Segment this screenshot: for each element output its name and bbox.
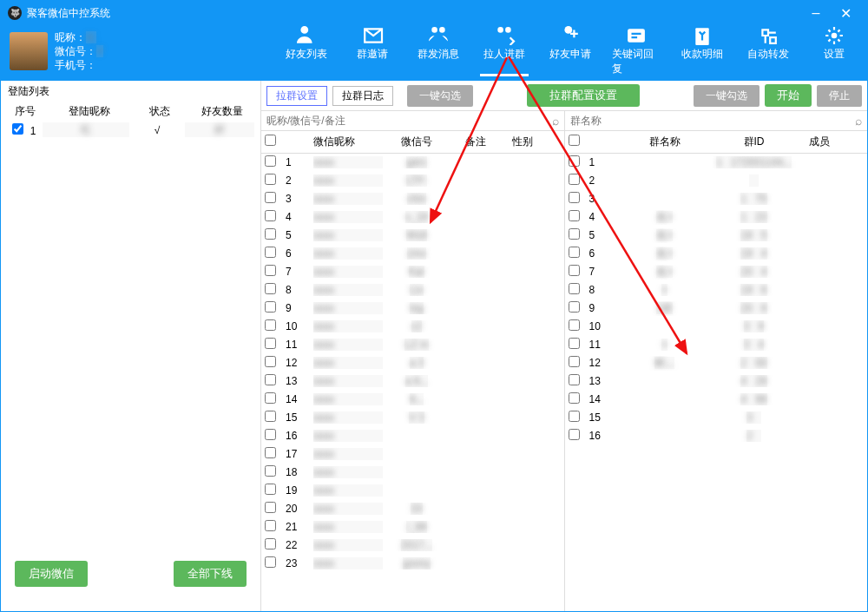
nav-5[interactable]: 关键词回复 xyxy=(612,26,661,76)
group-checkbox[interactable] xyxy=(569,228,580,240)
friend-checkbox[interactable] xyxy=(265,556,276,568)
group-config-button[interactable]: 拉群配置设置 xyxy=(527,84,640,107)
friend-row[interactable]: 23xxxxgxxny xyxy=(261,555,564,573)
search-icon[interactable]: ⌕ xyxy=(855,114,862,128)
nav-6[interactable]: 收款明细 xyxy=(678,26,727,76)
friend-checkbox[interactable] xyxy=(265,155,276,167)
group-row[interactable]: 31 75 xyxy=(565,190,868,208)
tab-pull-settings[interactable]: 拉群设置 xyxy=(266,86,327,106)
nav-4[interactable]: 好友申请 xyxy=(546,26,595,76)
nav-2[interactable]: 群发消息 xyxy=(414,26,463,76)
check-all-right-button[interactable]: 一键勾选 xyxy=(694,85,760,107)
friend-row[interactable]: 1xxxxgerc xyxy=(261,154,564,172)
group-checkbox[interactable] xyxy=(569,265,580,276)
friend-row[interactable]: 13xxxxa 8... xyxy=(261,372,564,391)
group-checkbox[interactable] xyxy=(569,319,580,331)
group-row[interactable]: 7名>20 4 xyxy=(565,263,868,281)
friend-row[interactable]: 21xxxx/_98 xyxy=(261,518,564,536)
nav-8[interactable]: 设置 xyxy=(810,26,858,76)
nav-0[interactable]: 好友列表 xyxy=(282,26,331,76)
start-wechat-button[interactable]: 启动微信 xyxy=(15,561,88,587)
friend-checkbox[interactable] xyxy=(265,228,276,240)
login-row-checkbox[interactable] xyxy=(12,123,23,135)
friend-checkbox[interactable] xyxy=(265,484,276,495)
group-checkbox[interactable] xyxy=(569,411,580,422)
friend-checkbox[interactable] xyxy=(265,210,276,221)
friend-checkbox[interactable] xyxy=(265,392,276,404)
group-row[interactable]: 8>19 6 xyxy=(565,281,868,299)
check-all-left-button[interactable]: 一键勾选 xyxy=(407,85,473,107)
all-offline-button[interactable]: 全部下线 xyxy=(174,561,247,587)
group-checkbox[interactable] xyxy=(569,301,580,313)
friend-row[interactable]: 11xxxxLZ m xyxy=(261,336,564,354)
friend-checkbox[interactable] xyxy=(265,319,276,331)
group-row[interactable]: 2 xyxy=(565,172,868,190)
group-row[interactable]: 134 29 xyxy=(565,372,868,391)
friend-row[interactable]: 6xxxxzmx xyxy=(261,245,564,263)
friend-checkbox[interactable] xyxy=(265,247,276,258)
friend-checkbox[interactable] xyxy=(265,465,276,477)
friend-row[interactable]: 15xxxxV 3 xyxy=(261,409,564,427)
group-checkbox[interactable] xyxy=(569,155,580,167)
nav-7[interactable]: 自动转发 xyxy=(744,26,792,76)
friend-row[interactable]: 9xxxxlog xyxy=(261,299,564,318)
friend-row[interactable]: 17xxxx xyxy=(261,445,564,464)
groups-search-input[interactable] xyxy=(570,115,856,127)
close-button[interactable]: ✕ xyxy=(831,5,860,22)
friend-row[interactable]: 16xxxx xyxy=(261,427,564,445)
friend-row[interactable]: 7xxxxKar xyxy=(261,263,564,281)
stop-button[interactable]: 停止 xyxy=(817,85,862,107)
start-button[interactable]: 开始 xyxy=(765,84,812,107)
friend-row[interactable]: 14xxxx 8... xyxy=(261,391,564,409)
group-row[interactable]: 11>3 4 xyxy=(565,336,868,354)
friend-checkbox[interactable] xyxy=(265,520,276,531)
login-row[interactable]: 1红√好 xyxy=(1,121,260,139)
friend-checkbox[interactable] xyxy=(265,374,276,385)
friends-select-all[interactable] xyxy=(265,135,276,146)
friend-row[interactable]: 4xxxxv_19 xyxy=(261,208,564,227)
group-row[interactable]: 162 xyxy=(565,427,868,445)
friend-checkbox[interactable] xyxy=(265,174,276,185)
groups-select-all[interactable] xyxy=(569,135,580,146)
group-row[interactable]: 5名>18 5 xyxy=(565,227,868,245)
group-checkbox[interactable] xyxy=(569,392,580,404)
friend-row[interactable]: 3xxxxchin xyxy=(261,190,564,208)
group-checkbox[interactable] xyxy=(569,210,580,221)
group-checkbox[interactable] xyxy=(569,192,580,203)
group-checkbox[interactable] xyxy=(569,247,580,258)
search-icon[interactable]: ⌕ xyxy=(552,114,559,128)
group-checkbox[interactable] xyxy=(569,174,580,185)
tab-pull-log[interactable]: 拉群日志 xyxy=(332,86,393,106)
group-row[interactable]: 6名>19 4 xyxy=(565,245,868,263)
group-checkbox[interactable] xyxy=(569,338,580,349)
friend-row[interactable]: 10xxxxc2 xyxy=(261,318,564,336)
group-row[interactable]: 91群20 8 xyxy=(565,299,868,318)
friend-checkbox[interactable] xyxy=(265,338,276,349)
group-row[interactable]: 12鲜...2 00 xyxy=(565,354,868,372)
friend-row[interactable]: 5xxxxWs8 xyxy=(261,227,564,245)
group-row[interactable]: 153 xyxy=(565,409,868,427)
friend-row[interactable]: 20xxxx33 xyxy=(261,500,564,518)
friend-checkbox[interactable] xyxy=(265,429,276,440)
nav-1[interactable]: 群邀请 xyxy=(348,26,397,76)
friend-row[interactable]: 19xxxx xyxy=(261,482,564,500)
friend-row[interactable]: 8xxxxLiv xyxy=(261,281,564,299)
group-checkbox[interactable] xyxy=(569,429,580,440)
friend-checkbox[interactable] xyxy=(265,502,276,513)
friend-checkbox[interactable] xyxy=(265,356,276,367)
friend-row[interactable]: 22xxxx2017... xyxy=(261,536,564,555)
group-checkbox[interactable] xyxy=(569,374,580,385)
friend-checkbox[interactable] xyxy=(265,283,276,294)
friend-row[interactable]: 12xxxxa 3 xyxy=(261,354,564,372)
group-row[interactable]: 11 172001144... xyxy=(565,154,868,172)
friend-row[interactable]: 18xxxx xyxy=(261,464,564,482)
group-checkbox[interactable] xyxy=(569,283,580,294)
group-row[interactable]: 144 98 xyxy=(565,391,868,409)
nav-3[interactable]: 拉人进群 xyxy=(480,26,529,76)
group-checkbox[interactable] xyxy=(569,356,580,367)
friend-row[interactable]: 2xxxxLTF- xyxy=(261,172,564,190)
friend-checkbox[interactable] xyxy=(265,447,276,458)
friend-checkbox[interactable] xyxy=(265,538,276,549)
friend-checkbox[interactable] xyxy=(265,192,276,203)
friend-checkbox[interactable] xyxy=(265,411,276,422)
